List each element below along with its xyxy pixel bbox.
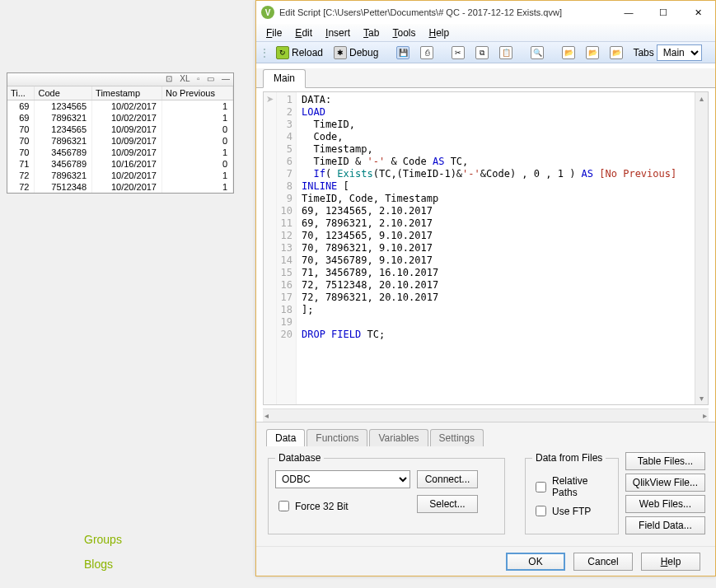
window-close-button[interactable]: ✕	[681, 1, 715, 24]
window-minimize-button[interactable]: —	[611, 1, 646, 24]
col-noprevious[interactable]: No Previous	[162, 86, 233, 100]
table-row[interactable]: 72789632110/20/20171	[7, 170, 233, 181]
bottom-tab-settings[interactable]: Settings	[430, 429, 484, 446]
help-label: elp	[667, 556, 681, 567]
horizontal-scrollbar[interactable]: ◂▸	[263, 408, 709, 422]
bg-link-blogs[interactable]: Blogs	[84, 552, 122, 576]
folder3-icon: 📂	[610, 46, 623, 59]
table-row[interactable]: 69123456510/02/20171	[7, 100, 233, 113]
open-icon-button[interactable]: 📂	[558, 44, 579, 62]
filebtn-fielddata[interactable]: Field Data...	[625, 516, 705, 534]
select-button[interactable]: Select...	[417, 495, 478, 513]
print-icon: ⎙	[420, 46, 433, 59]
vertical-scrollbar[interactable]: ▴▾	[695, 92, 708, 404]
print-icon-button[interactable]: ⎙	[416, 44, 438, 62]
cell-code: 7896321	[35, 112, 92, 124]
table-titlebar: ⊡ XL ▫ ▭ —	[7, 73, 233, 86]
table-row[interactable]: 70345678910/09/20171	[7, 147, 233, 158]
cell-ts: 10/09/2017	[92, 147, 162, 158]
layout-icon-button[interactable]: ▥	[712, 44, 716, 62]
table-dash-icon[interactable]: —	[222, 74, 230, 83]
menu-insert[interactable]: Insert	[319, 26, 357, 40]
cell-tid: 70	[7, 135, 35, 147]
cell-np: 1	[162, 100, 233, 113]
window-titlebar[interactable]: V Edit Script [C:\Users\Petter\Documents…	[256, 1, 715, 24]
cell-tid: 71	[7, 158, 35, 170]
folder2-icon: 📂	[586, 46, 599, 59]
cut-icon: ✂	[452, 46, 465, 59]
debug-button[interactable]: ✱ Debug	[330, 44, 382, 62]
connect-button[interactable]: Connect...	[417, 470, 478, 488]
copy-icon: ⧉	[475, 46, 489, 59]
code-editor[interactable]: ➤ 1 2 3 4 5 6 7 8 9 10 11 12 13 14 15 16…	[263, 91, 709, 405]
col-timeid[interactable]: Ti...	[7, 86, 35, 100]
page-side-links: Groups Blogs	[84, 527, 122, 576]
straight-table: ⊡ XL ▫ ▭ — Ti... Code Timestamp No Previ…	[7, 72, 234, 194]
cell-np: 1	[162, 112, 233, 124]
search-icon-button[interactable]: 🔍	[526, 44, 548, 62]
paste-icon-button[interactable]: 📋	[495, 44, 517, 62]
relativepaths-checkbox[interactable]	[536, 482, 546, 492]
table-print-icon[interactable]: ⊡	[166, 74, 172, 83]
cell-ts: 10/09/2017	[92, 135, 162, 147]
table-row[interactable]: 70789632110/09/20170	[7, 135, 233, 147]
cell-code: 7896321	[35, 170, 92, 181]
tabs-label: Tabs	[633, 47, 653, 58]
bottom-tab-variables[interactable]: Variables	[369, 429, 428, 446]
filebtn-webfiles[interactable]: Web Files...	[625, 495, 705, 513]
cell-tid: 69	[7, 112, 35, 124]
table-row[interactable]: 69789632110/02/20171	[7, 112, 233, 124]
cell-tid: 69	[7, 100, 35, 113]
col-code[interactable]: Code	[35, 86, 92, 100]
open3-icon-button[interactable]: 📂	[606, 44, 627, 62]
help-button[interactable]: Help	[641, 553, 700, 571]
tab-main[interactable]: Main	[263, 69, 306, 88]
menubar: FileEditInsertTabToolsHelp	[256, 24, 715, 42]
code-tabstrip: Main	[256, 68, 715, 88]
save-icon: 💾	[396, 46, 409, 59]
menu-edit[interactable]: Edit	[288, 26, 319, 40]
force32-label: Force 32 Bit	[295, 501, 349, 512]
cell-code: 7896321	[35, 135, 92, 147]
folder-icon: 📂	[562, 46, 575, 59]
open2-icon-button[interactable]: 📂	[582, 44, 603, 62]
cell-tid: 70	[7, 147, 35, 158]
line-numbers: 1 2 3 4 5 6 7 8 9 10 11 12 13 14 15 16 1…	[277, 92, 297, 404]
menu-tools[interactable]: Tools	[386, 26, 422, 40]
force32-checkbox[interactable]	[278, 501, 289, 511]
table-row[interactable]: 72751234810/20/20171	[7, 181, 233, 193]
cell-tid: 72	[7, 170, 35, 181]
table-min-icon[interactable]: ▫	[197, 74, 200, 83]
cell-ts: 10/16/2017	[92, 158, 162, 170]
code-body[interactable]: DATA: LOAD TimeID, Code, Timestamp, Time…	[297, 92, 708, 404]
menu-file[interactable]: File	[260, 26, 288, 40]
cell-np: 0	[162, 124, 233, 135]
table-max-icon[interactable]: ▭	[207, 74, 214, 83]
bottom-tab-data[interactable]: Data	[266, 429, 305, 446]
menu-tab[interactable]: Tab	[357, 26, 386, 40]
copy-icon-button[interactable]: ⧉	[471, 44, 493, 62]
window-maximize-button[interactable]: ☐	[646, 1, 681, 24]
cell-np: 0	[162, 158, 233, 170]
save-icon-button[interactable]: 💾	[392, 44, 414, 62]
cancel-button[interactable]: Cancel	[573, 553, 633, 571]
menu-help[interactable]: Help	[422, 26, 456, 40]
cell-np: 1	[162, 147, 233, 158]
reload-button[interactable]: ↻ Reload	[272, 44, 327, 62]
ok-button[interactable]: OK	[506, 553, 565, 571]
reload-label: Reload	[292, 47, 323, 58]
table-row[interactable]: 71345678910/16/20170	[7, 158, 233, 170]
cut-icon-button[interactable]: ✂	[447, 44, 469, 62]
bg-link-groups[interactable]: Groups	[84, 527, 122, 552]
bottom-tab-functions[interactable]: Functions	[307, 429, 367, 446]
filebtn-tablefiles[interactable]: Table Files...	[625, 452, 705, 470]
table-row[interactable]: 70123456510/09/20170	[7, 124, 233, 135]
cell-code: 3456789	[35, 158, 92, 170]
filebtn-qlikviewfile[interactable]: QlikView File...	[625, 474, 705, 492]
useftp-checkbox[interactable]	[536, 506, 546, 516]
col-timestamp[interactable]: Timestamp	[92, 86, 162, 100]
cell-ts: 10/02/2017	[92, 100, 162, 113]
tabs-select[interactable]: Main	[657, 44, 702, 61]
table-export-icon[interactable]: XL	[180, 74, 190, 83]
database-select[interactable]: ODBC	[275, 470, 410, 488]
